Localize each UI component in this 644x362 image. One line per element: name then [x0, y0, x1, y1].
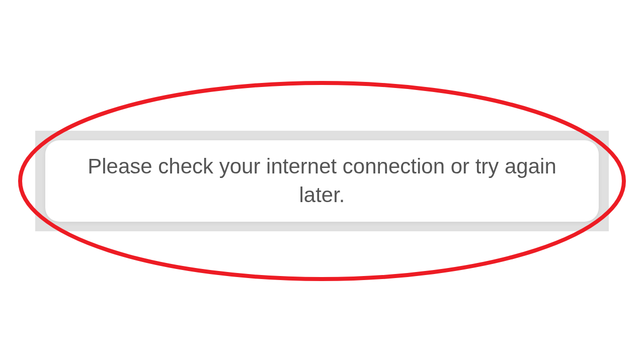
- toast-notification: Please check your internet connection or…: [45, 140, 599, 221]
- background-strip: Please check your internet connection or…: [35, 131, 609, 231]
- toast-message-text: Please check your internet connection or…: [65, 152, 579, 209]
- toast-container: Please check your internet connection or…: [0, 131, 644, 231]
